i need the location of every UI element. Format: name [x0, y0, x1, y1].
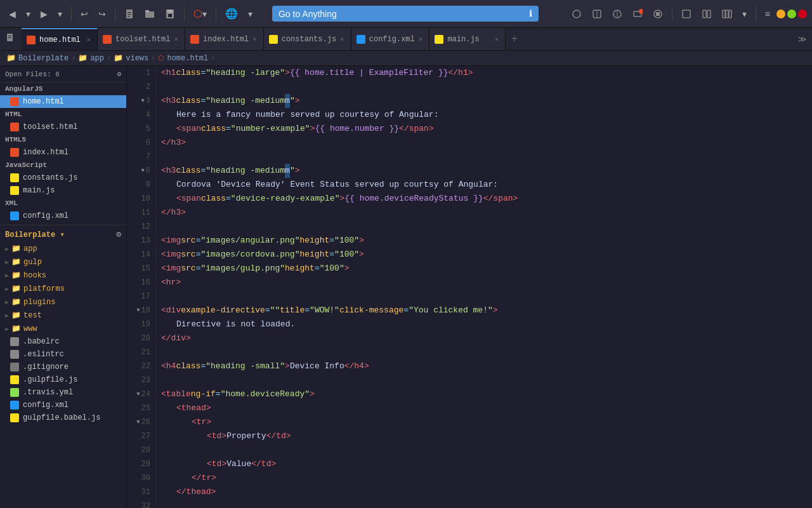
code-line-24: <table ng-if="home.deviceReady"> [159, 387, 812, 401]
sidebar-item-gitignore[interactable]: .gitignore [0, 361, 126, 373]
tab-main-js[interactable]: main.js ✕ [429, 28, 506, 51]
minimize-button[interactable] [776, 10, 785, 18]
monitor-btn-1[interactable] [568, 6, 586, 22]
folder-icon: 📁 [11, 271, 21, 280]
close-button[interactable] [798, 10, 807, 18]
sidebar-item-config-xml2[interactable]: config.xml [0, 399, 126, 411]
breadcrumb-boilerplate[interactable]: Boilerplate [18, 54, 69, 63]
breadcrumb-sep-3: › [151, 54, 155, 63]
globe-dropdown-button[interactable]: ▾ [244, 6, 256, 22]
open-button[interactable] [141, 6, 159, 22]
tab-overflow-button[interactable]: ≫ [793, 34, 812, 44]
sidebar-item-app[interactable]: ▶ 📁 app [0, 242, 126, 255]
tab-close-btn[interactable]: ✕ [86, 36, 91, 44]
redo-button[interactable]: ↪ [95, 6, 110, 22]
folder-icon-3: 📁 [114, 53, 123, 63]
tab-close-btn[interactable]: ✕ [419, 35, 423, 43]
breadcrumb-home-html[interactable]: home.html [167, 54, 208, 63]
line-num-13: 13 [132, 234, 150, 248]
layout-dropdown-btn[interactable]: ▾ [738, 6, 750, 22]
svg-rect-23 [729, 10, 731, 18]
html-file-icon [10, 123, 19, 131]
sidebar-item-gulpfile-babel-js[interactable]: gulpfile.babel.js [0, 411, 126, 424]
tab-label: constants.js [282, 35, 336, 44]
code-line-23 [159, 373, 812, 387]
new-file-tab-btn[interactable] [0, 29, 22, 49]
add-tab-button[interactable]: + [506, 33, 523, 46]
line-num-4: 4 [132, 108, 150, 122]
file-label: constants.js [23, 173, 77, 182]
forward-dropdown-button[interactable]: ▾ [54, 6, 66, 22]
tab-label: main.js [447, 35, 479, 44]
js-icon [435, 35, 443, 44]
html-icon [190, 35, 199, 44]
sidebar-item-gulpfile-js[interactable]: .gulpfile.js [0, 373, 126, 386]
new-file-button[interactable] [121, 6, 138, 22]
sidebar-item-eslintrc[interactable]: .eslintrc [0, 348, 126, 361]
sidebar-item-main-js[interactable]: main.js [0, 184, 126, 197]
angularjs-button[interactable]: ⬡▾ [190, 5, 211, 22]
forward-button[interactable]: ▶ [37, 6, 51, 22]
breadcrumb-views[interactable]: views [126, 54, 148, 63]
sidebar-item-babelrc[interactable]: .babelrc [0, 335, 126, 348]
sidebar-item-config-xml[interactable]: config.xml [0, 210, 126, 222]
folder-icon: 📁 [11, 311, 21, 320]
code-editor[interactable]: 1 2 ▼3 4 5 6 7 ▼8 9 10 11 12 13 14 15 16 [127, 66, 812, 508]
tab-constants-js[interactable]: constants.js ✕ [264, 28, 351, 51]
sidebar-item-www[interactable]: ▶ 📁 www [0, 322, 126, 335]
layout-single-btn[interactable] [678, 6, 695, 22]
sidebar-item-plugins[interactable]: ▶ 📁 plugins [0, 295, 126, 309]
tab-config-xml[interactable]: config.xml ✕ [351, 28, 430, 51]
sidebar-item-home-html[interactable]: home.html [0, 95, 126, 108]
tab-close-btn[interactable]: ✕ [340, 35, 344, 43]
sidebar-item-index-html[interactable]: index.html [0, 146, 126, 159]
separator-6 [756, 6, 756, 22]
menu-button[interactable]: ≡ [761, 6, 774, 22]
sidebar-item-platforms[interactable]: ▶ 📁 platforms [0, 282, 126, 295]
sidebar-item-constants-js[interactable]: constants.js [0, 171, 126, 184]
breadcrumb-app[interactable]: app [90, 54, 104, 63]
sidebar-item-test[interactable]: ▶ 📁 test [0, 309, 126, 322]
goto-input[interactable] [278, 9, 525, 19]
tab-toolset-html[interactable]: toolset.html ✕ [98, 28, 185, 51]
line-num-32: 32 [132, 499, 150, 508]
sidebar-item-hooks[interactable]: ▶ 📁 hooks [0, 269, 126, 282]
line-num-24: ▼24 [132, 387, 150, 401]
maximize-button[interactable] [787, 10, 796, 18]
layout-split-btn[interactable] [698, 6, 716, 22]
svg-rect-5 [145, 10, 149, 12]
folder-label: platforms [23, 284, 65, 293]
back-dropdown-button[interactable]: ▾ [22, 6, 34, 22]
code-line-10: <span class="device-ready-example">{{ ho… [159, 192, 812, 206]
tab-index-html[interactable]: index.html ✕ [185, 28, 264, 51]
globe-button[interactable]: 🌐 [221, 5, 242, 22]
monitor-btn-2[interactable] [588, 6, 606, 22]
monitor-btn-4[interactable] [629, 6, 646, 22]
tab-close-btn[interactable]: ✕ [174, 35, 178, 43]
back-button[interactable]: ◀ [5, 6, 20, 22]
monitor-btn-3[interactable] [608, 6, 626, 22]
code-line-5: <span class="number-example">{{ home.num… [159, 122, 812, 136]
open-files-header: Open Files: 6 ⚙ [0, 66, 126, 83]
sidebar-item-toolset-html[interactable]: toolset.html [0, 121, 126, 133]
xml-file-icon [10, 401, 19, 410]
tab-home-html[interactable]: home.html ✕ [22, 28, 98, 51]
line-num-23: 23 [132, 373, 150, 387]
file-label: .travis.yml [23, 388, 73, 397]
line-num-3: ▼3 [132, 94, 150, 108]
project-settings-icon[interactable]: ⚙ [116, 229, 121, 239]
undo-button[interactable]: ↩ [77, 6, 92, 22]
svg-rect-7 [167, 10, 173, 13]
code-content[interactable]: <h1 class="heading -large">{{ home.title… [156, 66, 812, 508]
layout-triple-btn[interactable] [718, 6, 736, 22]
sidebar-item-travis-yml[interactable]: .travis.yml [0, 386, 126, 399]
tab-label: index.html [203, 35, 249, 44]
sidebar-item-gulp[interactable]: ▶ 📁 gulp [0, 255, 126, 269]
settings-icon[interactable]: ⚙ [117, 70, 121, 78]
save-button[interactable] [161, 6, 179, 22]
monitor-btn-5[interactable] [649, 6, 667, 22]
svg-rect-3 [128, 16, 130, 17]
tab-close-btn[interactable]: ✕ [252, 35, 257, 43]
line-num-19: 19 [132, 318, 150, 331]
tab-close-btn[interactable]: ✕ [495, 35, 499, 43]
